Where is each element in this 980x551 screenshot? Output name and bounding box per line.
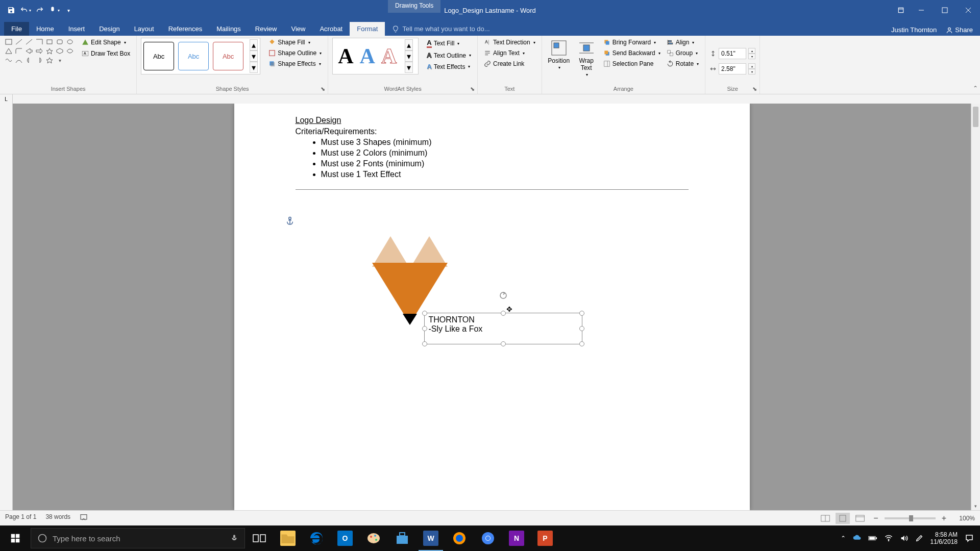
text-outline-button[interactable]: A Text Outline▾	[425, 51, 473, 60]
wordart-preset-1[interactable]: A	[338, 44, 353, 68]
chrome-button[interactable]	[474, 525, 502, 551]
width-down[interactable]: ▾	[748, 69, 755, 74]
shape-effects-button[interactable]: Shape Effects▾	[266, 59, 324, 68]
tab-mailings[interactable]: Mailings	[209, 22, 248, 36]
height-down[interactable]: ▾	[748, 54, 755, 59]
notifications-icon[interactable]	[965, 534, 974, 543]
tab-insert[interactable]: Insert	[61, 22, 92, 36]
shapes-gallery[interactable]: ▾	[4, 38, 75, 64]
wifi-icon[interactable]	[885, 534, 893, 542]
file-explorer-button[interactable]	[274, 525, 302, 551]
shape-styles-launcher[interactable]: ⬊	[320, 86, 326, 92]
size-launcher[interactable]: ⬊	[751, 86, 757, 92]
handle-mr[interactable]	[579, 326, 584, 331]
vertical-scrollbar[interactable]: ▴ ▾	[971, 104, 980, 510]
word-count[interactable]: 38 words	[45, 513, 70, 523]
width-input[interactable]	[719, 63, 746, 74]
wordart-preset-2[interactable]: A	[360, 44, 375, 68]
send-backward-button[interactable]: Send Backward▾	[601, 48, 663, 58]
tab-home[interactable]: Home	[29, 22, 61, 36]
scroll-down-button[interactable]: ▾	[971, 502, 980, 510]
clock[interactable]: 8:58 AM 11/6/2018	[930, 531, 958, 546]
qat-customize-button[interactable]: ▾	[62, 4, 75, 16]
pen-icon[interactable]	[915, 534, 923, 542]
handle-bl[interactable]	[422, 341, 427, 346]
print-layout-button[interactable]	[836, 513, 850, 524]
onenote-button[interactable]: N	[502, 525, 531, 551]
tab-acrobat[interactable]: Acrobat	[312, 22, 350, 36]
word-button[interactable]: W	[416, 525, 445, 551]
textbox-line1[interactable]: THORNTON	[429, 315, 578, 324]
edit-shape-button[interactable]: Edit Shape▾	[80, 38, 132, 47]
tab-file[interactable]: File	[4, 22, 29, 36]
bring-forward-button[interactable]: Bring Forward▾	[601, 38, 663, 47]
powerpoint-button[interactable]: P	[531, 525, 559, 551]
gallery-more-button[interactable]: ▾	[250, 62, 258, 73]
style-preset-3[interactable]: Abc	[213, 42, 243, 70]
wordart-gallery-up[interactable]: ▴	[405, 39, 413, 51]
onedrive-icon[interactable]	[853, 534, 861, 542]
collapse-ribbon-button[interactable]: ⌃	[973, 85, 978, 92]
share-button[interactable]: Share	[946, 26, 973, 34]
style-preset-1[interactable]: Abc	[143, 42, 174, 70]
fox-nose[interactable]	[403, 314, 417, 325]
style-preset-2[interactable]: Abc	[178, 42, 209, 70]
battery-icon[interactable]	[868, 535, 877, 541]
minimize-button[interactable]	[910, 0, 933, 20]
rotate-button[interactable]: Rotate▾	[665, 59, 701, 68]
align-text-button[interactable]: Align Text▾	[482, 48, 537, 58]
zoom-slider[interactable]	[885, 517, 936, 519]
tab-view[interactable]: View	[284, 22, 312, 36]
text-box[interactable]: THORNTON -Sly Like a Fox ✥	[424, 313, 582, 344]
vertical-ruler[interactable]	[0, 104, 13, 510]
height-input[interactable]	[719, 48, 746, 59]
group-button[interactable]: Group▾	[665, 48, 701, 58]
document-scroll[interactable]: Logo Design Criteria/Requirements: Must …	[13, 104, 971, 510]
text-fill-button[interactable]: A Text Fill▾	[425, 38, 473, 49]
start-button[interactable]	[0, 525, 31, 551]
tab-review[interactable]: Review	[248, 22, 284, 36]
shape-outline-button[interactable]: Shape Outline▾	[266, 48, 324, 58]
tab-format[interactable]: Format	[350, 22, 385, 36]
handle-bm[interactable]	[501, 341, 506, 346]
wordart-gallery-down[interactable]: ▾	[405, 51, 413, 62]
tab-references[interactable]: References	[161, 22, 209, 36]
wordart-launcher[interactable]: ⬊	[469, 86, 475, 92]
mic-icon[interactable]	[230, 534, 238, 542]
spell-check-icon[interactable]	[80, 513, 88, 523]
bullet-3[interactable]: Must use 2 Fonts (minimum)	[321, 159, 689, 168]
taskbar-search[interactable]: Type here to search	[31, 528, 245, 548]
fox-ear-right[interactable]	[411, 236, 448, 267]
draw-text-box-button[interactable]: A Draw Text Box	[80, 49, 132, 58]
ribbon-display-options-button[interactable]	[893, 0, 909, 20]
fox-ear-left[interactable]	[372, 236, 409, 267]
zoom-in-button[interactable]: +	[939, 514, 949, 523]
scroll-thumb[interactable]	[973, 107, 978, 127]
task-view-button[interactable]	[245, 525, 274, 551]
store-button[interactable]	[388, 525, 416, 551]
handle-br[interactable]	[579, 341, 584, 346]
handle-tl[interactable]	[422, 311, 427, 316]
criteria-label[interactable]: Criteria/Requirements:	[296, 127, 689, 136]
gallery-up-button[interactable]: ▴	[250, 39, 258, 51]
tab-layout[interactable]: Layout	[127, 22, 161, 36]
gallery-down-button[interactable]: ▾	[250, 51, 258, 62]
bullet-1[interactable]: Must use 3 Shapes (minimum)	[321, 138, 689, 147]
height-up[interactable]: ▴	[748, 48, 755, 54]
close-button[interactable]	[957, 0, 980, 20]
zoom-slider-thumb[interactable]	[909, 515, 913, 521]
redo-button[interactable]	[34, 4, 46, 16]
zoom-out-button[interactable]: −	[870, 514, 881, 523]
position-button[interactable]: Position▾	[546, 38, 572, 72]
outlook-button[interactable]: O	[331, 525, 359, 551]
text-effects-button[interactable]: A Text Effects▾	[425, 62, 473, 71]
handle-ml[interactable]	[422, 326, 427, 331]
tab-selector[interactable]: L	[0, 94, 13, 104]
rotate-handle[interactable]	[499, 291, 508, 300]
bullet-2[interactable]: Must use 2 Colors (minimum)	[321, 148, 689, 158]
tab-design[interactable]: Design	[92, 22, 127, 36]
maximize-button[interactable]	[933, 0, 957, 20]
web-layout-button[interactable]	[853, 513, 867, 524]
text-direction-button[interactable]: A Text Direction▾	[482, 38, 537, 47]
width-up[interactable]: ▴	[748, 63, 755, 69]
